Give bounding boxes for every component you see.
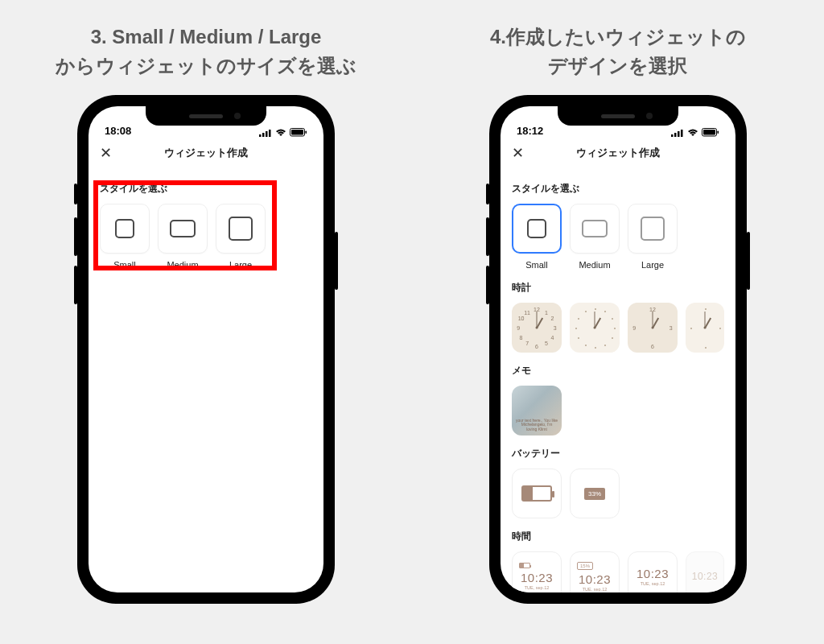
- clock-center-icon: [652, 327, 654, 329]
- time-widget-4[interactable]: 10:23: [686, 551, 724, 592]
- clock-center-icon: [536, 327, 538, 329]
- style-section-label: スタイルを選ぶ: [100, 182, 312, 196]
- wifi-icon: [687, 129, 698, 137]
- svg-rect-3: [269, 130, 271, 137]
- notch: [146, 106, 266, 126]
- status-time: 18:12: [517, 125, 543, 137]
- speaker-grille: [189, 114, 223, 118]
- battery-widget-1[interactable]: [512, 469, 562, 518]
- battery-percent-badge: 33%: [584, 488, 605, 500]
- time-widget-2[interactable]: 15% 10:23 TUE, sep.12: [570, 551, 620, 592]
- mute-switch: [486, 184, 489, 204]
- square-large-icon: [229, 217, 253, 241]
- step-3-title-line1: 3. Small / Medium / Large: [91, 26, 322, 47]
- screen-content: スタイルを選ぶ Small Medium Large 時計: [501, 167, 735, 592]
- mini-battery-icon: [519, 563, 530, 568]
- battery-status-icon: [702, 128, 719, 137]
- svg-rect-13: [718, 131, 719, 134]
- phone-step3: 18:08 ✕ ウィジェット作成: [77, 95, 335, 604]
- clock-widget-row: 12 3 6 9 1 2 4 5 7 8: [512, 303, 724, 353]
- size-medium-card[interactable]: [158, 204, 208, 254]
- clock-widget-4[interactable]: [686, 303, 724, 353]
- volume-down-button: [486, 217, 489, 256]
- svg-rect-0: [259, 134, 262, 137]
- memo-section-label: メモ: [512, 364, 724, 378]
- size-large-label: Large: [216, 260, 266, 270]
- cellular-icon: [671, 129, 684, 137]
- time-date: TUE, sep.12: [525, 585, 550, 590]
- svg-rect-1: [262, 133, 265, 137]
- clock-center-icon: [594, 327, 596, 329]
- nav-title: ウィジェット作成: [164, 146, 248, 160]
- mute-switch: [74, 184, 77, 204]
- time-value: 10:23: [692, 571, 719, 582]
- phone-screen: 18:08 ✕ ウィジェット作成: [89, 106, 323, 592]
- svg-rect-2: [266, 131, 268, 137]
- size-large-card[interactable]: [628, 204, 678, 254]
- memo-widget[interactable]: your text here.. You like Michelangelo, …: [512, 386, 562, 436]
- style-size-labels: Small Medium Large: [512, 260, 724, 270]
- front-camera: [646, 113, 653, 119]
- clock-center-icon: [704, 327, 707, 329]
- cellular-icon: [259, 129, 272, 137]
- volume-up-button: [74, 266, 77, 304]
- wifi-icon: [275, 129, 286, 137]
- size-medium-card[interactable]: [570, 204, 620, 254]
- svg-rect-7: [671, 134, 674, 137]
- nav-title: ウィジェット作成: [576, 146, 660, 160]
- svg-rect-8: [674, 133, 677, 137]
- battery-icon: [521, 485, 552, 502]
- screen-content: スタイルを選ぶ Small Medium Large: [89, 167, 323, 278]
- nav-bar: ✕ ウィジェット作成: [501, 138, 735, 167]
- minute-hand: [537, 312, 538, 328]
- clock-widget-1[interactable]: 12 3 6 9 1 2 4 5 7 8: [512, 303, 562, 353]
- nav-bar: ✕ ウィジェット作成: [89, 138, 323, 167]
- close-icon[interactable]: ✕: [512, 146, 524, 160]
- battery-widget-2[interactable]: 33%: [570, 469, 620, 518]
- style-section-label: スタイルを選ぶ: [512, 182, 724, 196]
- time-date: TUE, sep.12: [583, 587, 608, 592]
- svg-rect-10: [681, 130, 683, 137]
- size-small-card[interactable]: [100, 204, 150, 254]
- step-3-panel: 3. Small / Medium / Large からウィジェットのサイズを選…: [0, 0, 412, 644]
- clock-section-label: 時計: [512, 281, 724, 295]
- clock-widget-3[interactable]: 12 3 6 9: [628, 303, 678, 353]
- step-4-panel: 4.作成したいウィジェットの デザインを選択 18:12: [412, 0, 824, 644]
- size-large-card[interactable]: [216, 204, 266, 254]
- memo-text: your text here.. You like Michelangelo, …: [516, 419, 558, 432]
- time-date: TUE, sep.12: [641, 581, 665, 586]
- size-small-card[interactable]: [512, 204, 562, 254]
- time-widget-1[interactable]: 10:23 TUE, sep.12: [512, 551, 562, 592]
- front-camera: [234, 113, 241, 119]
- clock-widget-2[interactable]: [570, 303, 620, 353]
- step-3-title-line2: からウィジェットのサイズを選ぶ: [56, 55, 356, 76]
- step-4-title: 4.作成したいウィジェットの デザインを選択: [490, 23, 746, 80]
- style-size-row: [512, 204, 724, 254]
- size-small-label: Small: [512, 260, 562, 270]
- style-size-labels: Small Medium Large: [100, 260, 312, 270]
- minute-hand: [705, 312, 706, 328]
- time-value: 10:23: [521, 571, 553, 584]
- power-button: [335, 232, 338, 290]
- phone-screen: 18:12 ✕ ウィジェット作成: [501, 106, 735, 592]
- battery-status-icon: [290, 128, 307, 137]
- svg-rect-12: [703, 130, 715, 135]
- speaker-grille: [601, 114, 635, 118]
- time-widget-3[interactable]: 10:23 TUE, sep.12: [628, 551, 678, 592]
- time-battery-pct: 15%: [577, 562, 593, 570]
- close-icon[interactable]: ✕: [100, 146, 112, 160]
- notch: [558, 106, 678, 126]
- size-large-label: Large: [628, 260, 678, 270]
- time-section-label: 時間: [512, 530, 724, 543]
- square-small-icon: [527, 219, 546, 238]
- square-small-icon: [115, 219, 134, 238]
- square-medium-icon: [582, 220, 608, 237]
- battery-section-label: バッテリー: [512, 447, 724, 460]
- svg-rect-6: [306, 131, 307, 134]
- time-value: 10:23: [579, 572, 611, 586]
- style-size-row: [100, 204, 312, 254]
- time-value: 10:23: [637, 567, 669, 580]
- svg-rect-9: [678, 131, 680, 137]
- svg-rect-5: [291, 130, 303, 135]
- square-medium-icon: [170, 220, 196, 237]
